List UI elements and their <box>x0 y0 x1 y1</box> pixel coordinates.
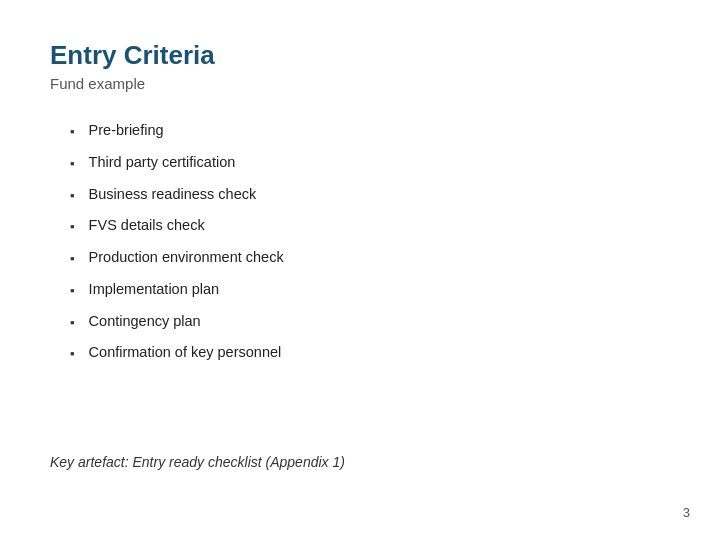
key-artefact-text: Key artefact: Entry ready checklist (App… <box>50 454 345 470</box>
page-title: Entry Criteria <box>50 40 670 71</box>
subtitle: Fund example <box>50 75 670 92</box>
list-item: Confirmation of key personnel <box>70 342 670 364</box>
list-item: Implementation plan <box>70 279 670 301</box>
list-item: Third party certification <box>70 152 670 174</box>
list-item: Production environment check <box>70 247 670 269</box>
bullet-list: Pre-briefingThird party certificationBus… <box>70 120 670 364</box>
slide: Entry Criteria Fund example Pre-briefing… <box>0 0 720 540</box>
list-item: Pre-briefing <box>70 120 670 142</box>
list-item: Contingency plan <box>70 311 670 333</box>
page-number: 3 <box>683 505 690 520</box>
list-item: Business readiness check <box>70 184 670 206</box>
list-item: FVS details check <box>70 215 670 237</box>
